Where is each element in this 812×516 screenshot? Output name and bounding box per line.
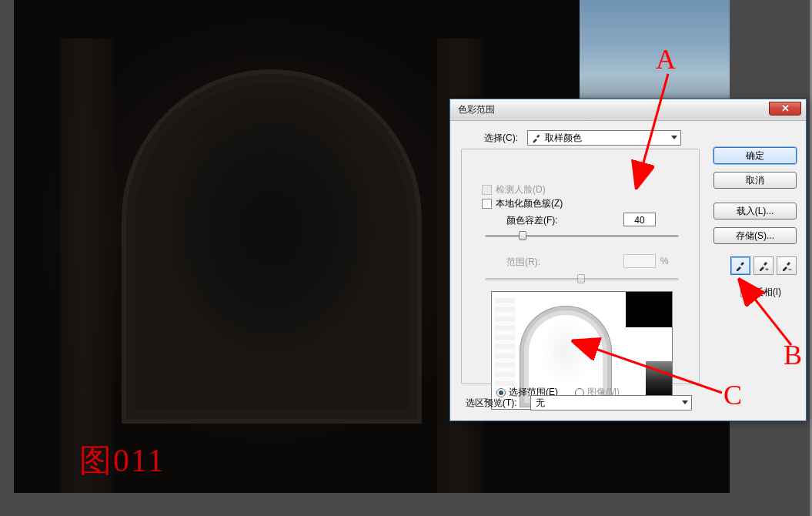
localized-row: 本地化颜色簇(Z) xyxy=(482,197,563,210)
localized-label: 本地化颜色簇(Z) xyxy=(496,197,563,210)
eyedropper-tools xyxy=(730,256,797,275)
range-input xyxy=(623,254,656,268)
chevron-down-icon xyxy=(682,400,688,404)
eyedropper-sample[interactable] xyxy=(730,256,750,275)
slider-thumb[interactable] xyxy=(519,231,526,240)
slider-track xyxy=(485,235,679,237)
cancel-button[interactable]: 取消 xyxy=(713,172,797,189)
load-button[interactable]: 载入(L)... xyxy=(713,203,797,219)
close-button[interactable]: ✕ xyxy=(769,102,801,116)
figure-caption: 图011 xyxy=(79,439,165,482)
close-icon: ✕ xyxy=(781,102,790,114)
ok-button[interactable]: 确定 xyxy=(713,147,797,164)
eyedropper-add[interactable] xyxy=(754,256,774,275)
preview-dark-top xyxy=(626,292,672,327)
range-label: 范围(R): xyxy=(506,256,540,269)
invert-row: 反相(I) xyxy=(740,286,781,299)
selection-preview-dropdown[interactable]: 无 xyxy=(530,395,692,410)
detect-faces-checkbox xyxy=(482,185,492,195)
eyedropper-plus-icon xyxy=(757,260,770,272)
select-label: 选择(C): xyxy=(484,132,518,145)
chevron-down-icon xyxy=(671,136,677,139)
eyedropper-icon xyxy=(531,132,542,143)
slider-thumb xyxy=(577,274,585,283)
save-button[interactable]: 存储(S)... xyxy=(713,227,797,244)
eyedropper-icon xyxy=(734,260,747,272)
button-column: 确定 取消 载入(L)... 存储(S)... xyxy=(713,147,797,252)
detect-faces-label: 检测人脸(D) xyxy=(496,183,546,196)
select-dropdown[interactable]: 取样颜色 xyxy=(527,130,681,146)
radio-selection[interactable] xyxy=(496,388,506,397)
percent-label: % xyxy=(660,256,669,266)
localized-checkbox[interactable] xyxy=(482,199,492,209)
selection-preview-value: 无 xyxy=(536,397,545,408)
selection-preview-label: 选区预览(T): xyxy=(466,397,517,410)
detect-faces-row: 检测人脸(D) xyxy=(482,183,546,196)
dialog-titlebar[interactable]: 色彩范围 ✕ xyxy=(450,99,806,121)
fuzziness-slider[interactable] xyxy=(485,231,679,242)
invert-checkbox[interactable] xyxy=(740,287,750,297)
range-slider xyxy=(485,274,679,285)
fuzziness-row: 颜色容差(F): xyxy=(506,214,558,227)
arch xyxy=(122,69,422,424)
select-value: 取样颜色 xyxy=(545,132,582,145)
dialog-body: 选择(C): 取样颜色 检测人脸(D) 本地化颜色簇(Z) 颜色容差(F): 4… xyxy=(450,121,806,421)
dialog-title: 色彩范围 xyxy=(458,103,495,116)
options-group: 检测人脸(D) 本地化颜色簇(Z) 颜色容差(F): 40 范围(R): % xyxy=(461,149,700,384)
select-row: 选择(C): xyxy=(484,132,523,145)
eyedropper-subtract[interactable] xyxy=(777,256,797,275)
color-range-dialog: 色彩范围 ✕ 选择(C): 取样颜色 检测人脸(D) 本地化颜色簇(Z) xyxy=(449,99,807,421)
selection-preview-row: 选区预览(T): xyxy=(466,397,517,410)
fuzziness-input[interactable]: 40 xyxy=(623,213,656,226)
eyedropper-minus-icon xyxy=(780,260,793,272)
range-row: 范围(R): xyxy=(506,256,540,269)
fuzziness-label: 颜色容差(F): xyxy=(506,214,558,227)
pillar-left xyxy=(60,39,114,493)
invert-label: 反相(I) xyxy=(754,286,781,299)
